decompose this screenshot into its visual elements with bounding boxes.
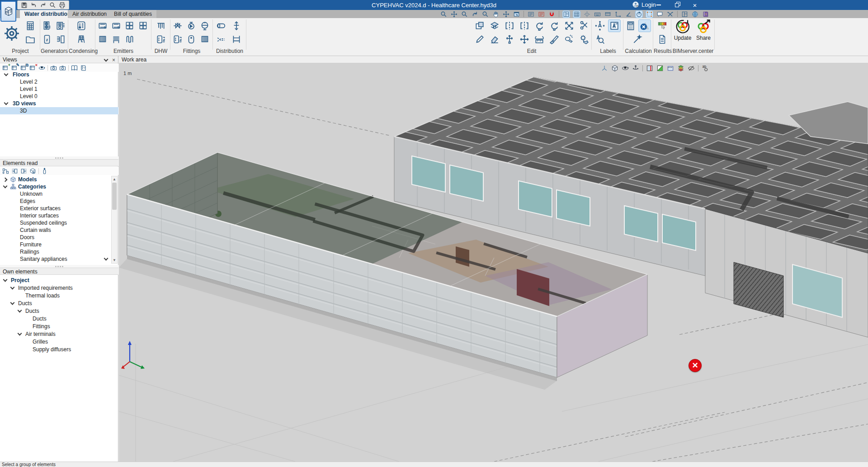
bimserver-share-button[interactable]: Share (693, 19, 713, 47)
minimize-button[interactable] (651, 0, 666, 10)
valve-button[interactable] (172, 20, 184, 32)
buffer-tank-button[interactable] (185, 33, 197, 45)
orbit-view-icon[interactable] (622, 65, 629, 72)
match-properties-button[interactable] (548, 33, 560, 45)
comments-icon[interactable] (656, 11, 663, 18)
move-label-button[interactable] (594, 20, 606, 32)
isolate-3d-icon[interactable] (29, 168, 36, 175)
tree-item-thermal-loads[interactable]: Thermal loads (0, 292, 118, 299)
delete-button[interactable] (489, 33, 500, 45)
cooling-tower-button[interactable] (75, 33, 87, 45)
tree-item-models[interactable]: Models (0, 176, 118, 183)
collapse-panel-icon[interactable] (103, 57, 109, 63)
import-dxf-dwg-icon[interactable] (528, 11, 534, 18)
calculation-errors-button[interactable] (639, 20, 651, 32)
bbc-unit-button[interactable] (137, 20, 149, 32)
circulation-pump-button[interactable] (185, 20, 197, 32)
pipe-manifold-button[interactable] (155, 20, 167, 32)
edit-view-icon[interactable]: ✎ (11, 65, 18, 71)
selection-filter-icon[interactable] (646, 11, 653, 18)
scrollbar-thumb[interactable] (112, 183, 117, 210)
layer-visibility-icon[interactable] (677, 65, 684, 72)
dimension-input-icon[interactable] (604, 11, 611, 18)
collector-button[interactable] (199, 33, 211, 45)
scroll-down-icon[interactable]: ▼ (112, 257, 117, 263)
show-results-button[interactable] (656, 20, 668, 32)
orbit-view-icon[interactable] (38, 65, 45, 71)
web-site-icon[interactable] (692, 11, 698, 18)
pipe-headers-button[interactable] (231, 33, 242, 45)
tab-water-distribution[interactable]: Water distribution (20, 10, 75, 18)
tree-item-categories[interactable]: Categories (0, 183, 118, 190)
tree-item-railings[interactable]: Railings (0, 248, 118, 255)
tree-item-ducts[interactable]: Ducts (0, 300, 118, 307)
edit-button[interactable] (474, 33, 486, 45)
propagate-button[interactable] (489, 20, 500, 32)
zoom-all-icon[interactable] (451, 11, 458, 18)
tree-item-ducts-leaf[interactable]: Ducts (0, 315, 118, 322)
tab-air-distribution[interactable]: Air distribution (68, 10, 111, 18)
rotate-button[interactable] (548, 20, 560, 32)
turntable-icon[interactable] (632, 65, 639, 72)
calculate-button[interactable] (625, 20, 637, 32)
zoom-window-icon[interactable] (482, 11, 489, 18)
tree-item-air-terminals[interactable]: Air terminals (0, 330, 118, 338)
tree-item-furniture[interactable]: Furniture (0, 241, 118, 248)
air-handling-unit-button[interactable] (55, 20, 66, 32)
zoom-previous-icon[interactable] (440, 11, 447, 18)
convector-button[interactable] (110, 33, 122, 45)
scroll-up-icon[interactable]: ▲ (112, 176, 117, 182)
pipe-network-button[interactable] (215, 33, 227, 45)
plumb-axes-icon[interactable] (601, 65, 608, 72)
cancel-selection-button[interactable]: ✕ (689, 359, 702, 372)
section-box-icon[interactable] (646, 65, 653, 72)
riser-button[interactable] (231, 20, 242, 32)
tree-item-fittings[interactable]: Fittings (0, 323, 118, 330)
tree-item-ducts-group[interactable]: Ducts (0, 307, 118, 315)
tab-bill-of-quantities[interactable]: Bill of quantities (109, 10, 156, 18)
expansion-vessel-button[interactable] (199, 20, 211, 32)
tree-item-curtain-walls[interactable]: Curtain walls (0, 226, 118, 234)
export-drawing-icon[interactable] (80, 65, 87, 71)
tree-item-edges[interactable]: Edges (0, 198, 118, 205)
tree-item-3d[interactable]: 3D (0, 107, 118, 114)
view-cube-icon[interactable] (611, 65, 618, 72)
add-view-icon[interactable]: + (2, 65, 9, 71)
duct-fan-coil-button[interactable] (110, 20, 122, 32)
move-button[interactable] (519, 33, 530, 45)
tree-item-level-2[interactable]: Level 2 (0, 78, 118, 85)
pan-icon[interactable] (492, 11, 499, 18)
element-info-icon[interactable] (41, 168, 48, 175)
condensing-unit-button[interactable] (41, 20, 53, 32)
tree-item-imported-requirements[interactable]: Imported requirements (0, 284, 118, 292)
move-base-button[interactable] (504, 33, 515, 45)
top-clipping-icon[interactable] (667, 65, 674, 72)
tree-item-doors[interactable]: Doors (0, 234, 118, 241)
copy-button[interactable] (474, 20, 486, 32)
clipping-plane-icon[interactable] (656, 65, 664, 72)
tree-item-grilles[interactable]: Grilles (0, 338, 118, 345)
expand-left-icon[interactable] (11, 168, 18, 175)
redraw-icon[interactable] (472, 11, 478, 18)
quick-calculation-button[interactable] (632, 33, 643, 45)
drawings-icon[interactable] (71, 65, 78, 71)
measure-button[interactable] (533, 33, 545, 45)
update-elements-button[interactable] (578, 33, 590, 45)
snapshot-icon[interactable] (50, 65, 57, 71)
tree-item-suspended-ceilings[interactable]: Suspended ceilings (0, 219, 118, 226)
rotate-base-button[interactable] (533, 20, 545, 32)
bc-unit-button[interactable] (124, 20, 136, 32)
show-labels-button[interactable] (609, 20, 620, 32)
close-button[interactable]: × (687, 0, 703, 10)
grid-icon[interactable] (573, 11, 580, 18)
tree-item-sanitary-appliances[interactable]: Sanitary appliances (0, 255, 118, 263)
assign-properties-button[interactable] (563, 33, 575, 45)
project-folder-button[interactable] (24, 33, 36, 45)
tree-item-level-1[interactable]: Level 1 (0, 85, 118, 93)
storage-tank-button[interactable] (172, 33, 184, 45)
window-layout-icon[interactable] (681, 11, 688, 18)
symmetry-mirror-button[interactable] (504, 20, 515, 32)
snapshot-zoom-icon[interactable] (59, 65, 66, 71)
reports-button[interactable] (656, 33, 668, 45)
trim-button[interactable] (578, 20, 590, 32)
